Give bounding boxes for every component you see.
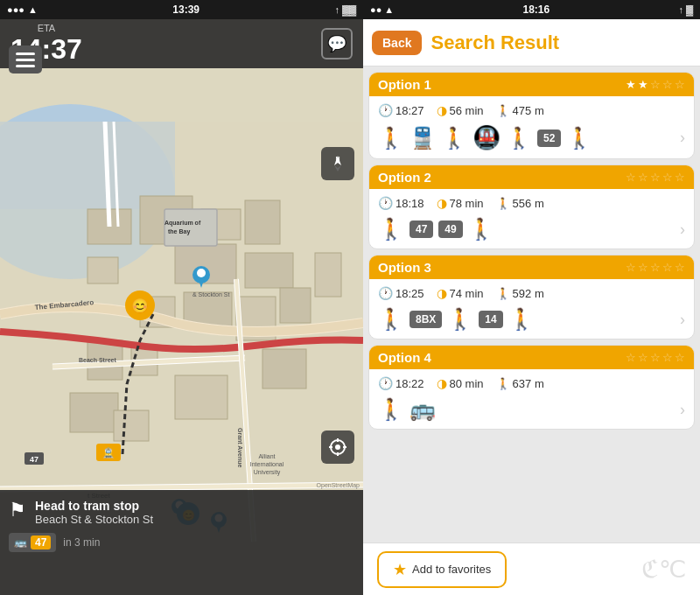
option-2-card[interactable]: Option 2 ☆ ☆ ☆ ☆ ☆ 🕐 18:18 ◑ (368, 164, 695, 249)
instruction-main: ⚑ Head to tram stop Beach St & Stockton … (9, 499, 354, 526)
option-2-arrow: › (680, 220, 685, 239)
right-signal-icon: ●● (370, 4, 382, 15)
svg-text:N: N (335, 156, 340, 162)
option-1-card[interactable]: Option 1 ★ ★ ☆ ☆ ☆ 🕐 18:27 ◑ (368, 72, 695, 159)
svg-rect-21 (164, 209, 217, 246)
duration-2: ◑ 78 min (437, 196, 484, 210)
right-battery-icon: ▓ (686, 4, 693, 15)
flag-icon: ⚑ (9, 499, 26, 522)
svg-text:International: International (250, 461, 284, 467)
option-3-card[interactable]: Option 3 ☆ ☆ ☆ ☆ ☆ 🕐 18:25 ◑ (368, 255, 695, 340)
metro-step: 🚇 (472, 124, 500, 151)
svg-point-34 (197, 269, 206, 277)
clock-icon: 🕐 (378, 103, 393, 117)
duration-icon-3: ◑ (437, 286, 447, 300)
right-arrow-icon: ↑ (678, 4, 683, 15)
duration-icon-4: ◑ (437, 376, 447, 390)
svg-rect-7 (88, 257, 118, 284)
back-button[interactable]: Back (372, 31, 422, 55)
duration-3: ◑ 74 min (437, 286, 484, 300)
add-to-favorites-button[interactable]: ★ Add to favorites (377, 551, 507, 588)
departure-time-3: 🕐 18:25 (378, 286, 424, 300)
duration-icon: ◑ (437, 103, 447, 117)
svg-text:University: University (254, 469, 281, 476)
chat-button[interactable]: 💬 (321, 28, 353, 60)
bus-8bx-badge: 8BX (410, 311, 442, 328)
bus-14-badge: 14 (479, 311, 502, 328)
walk-step-o3-1: 🚶 (378, 307, 404, 332)
option-2-route: 🚶 47 49 🚶 › (378, 217, 685, 242)
instruction-bottom: 🚌 47 in 3 min (9, 533, 354, 552)
eta-label: ETA (38, 23, 56, 33)
svg-marker-50 (334, 165, 341, 172)
svg-text:Beach Street: Beach Street (79, 357, 116, 363)
right-signal: ●● ▲ (370, 4, 394, 15)
svg-rect-18 (175, 375, 228, 419)
options-list: Option 1 ★ ★ ☆ ☆ ☆ 🕐 18:27 ◑ (363, 66, 700, 542)
svg-rect-15 (280, 288, 311, 323)
wifi-icon: ▲ (28, 4, 38, 15)
svg-rect-20 (114, 410, 149, 441)
right-wifi-icon: ▲ (384, 4, 394, 15)
duration-value-2: 78 min (450, 197, 484, 210)
option-2-body: 🕐 18:18 ◑ 78 min 🚶 556 m 🚶 47 49 (369, 189, 694, 248)
option-4-header: Option 4 ☆ ☆ ☆ ☆ ☆ (369, 346, 694, 369)
svg-point-53 (335, 444, 340, 450)
instruction-text: Head to tram stop Beach St & Stockton St (35, 499, 153, 526)
option-4-stats: 🕐 18:22 ◑ 80 min 🚶 637 m (378, 376, 685, 390)
walk-step-2: 🚶 (441, 126, 467, 150)
walk-distance: 🚶 475 m (496, 104, 544, 117)
bus-52-badge: 52 (537, 130, 561, 147)
option-4-card[interactable]: Option 4 ☆ ☆ ☆ ☆ ☆ 🕐 18:22 ◑ (368, 345, 695, 430)
walk-icon-2: 🚶 (496, 197, 510, 210)
svg-text:🚊: 🚊 (102, 446, 115, 458)
walk-distance-4: 🚶 637 m (496, 377, 544, 390)
svg-text:Alliant: Alliant (258, 453, 275, 459)
left-status-time: 13:39 (172, 4, 200, 16)
star-2: ★ (638, 78, 648, 91)
walk-step-1: 🚶 (378, 126, 404, 150)
favorites-label: Add to favorites (412, 563, 491, 576)
left-status-left: ●●● ▲ (7, 4, 38, 15)
instruction-line2: Beach St & Stockton St (35, 513, 153, 526)
option-1-body: 🕐 18:27 ◑ 56 min 🚶 475 m 🚶 🚆 🚶 (369, 96, 694, 158)
option-3-stars: ☆ ☆ ☆ ☆ ☆ (626, 261, 685, 274)
right-time: 18:16 (522, 4, 550, 16)
svg-text:Aquarium of: Aquarium of (164, 220, 201, 227)
svg-rect-9 (245, 253, 293, 288)
locate-button[interactable] (321, 430, 354, 464)
walk-icon: 🚶 (496, 104, 510, 117)
departure-value: 18:27 (396, 104, 424, 117)
walk-value-2: 556 m (513, 197, 544, 210)
bus-47-badge: 47 (410, 220, 433, 238)
search-header: Back Search Result (363, 19, 700, 66)
bus-number: 47 (31, 536, 51, 550)
option-4-body: 🕐 18:22 ◑ 80 min 🚶 637 m 🚶 🚌 › (369, 369, 694, 429)
option-4-arrow: › (680, 401, 685, 419)
arrow-icon: ↑ (334, 4, 340, 15)
page-title: Search Result (430, 32, 559, 54)
bus-info: 🚌 47 (9, 533, 56, 552)
svg-text:& Stockton St: & Stockton St (192, 291, 229, 298)
search-result-panel: ●● ▲ 18:16 ↑ ▓ Back Search Result Option… (363, 0, 700, 595)
arrival-time: in 3 min (63, 536, 100, 549)
left-status-bar: ●●● ▲ 13:39 ↑ ▓▓ (0, 0, 363, 19)
menu-button[interactable] (9, 46, 42, 74)
departure-time-2: 🕐 18:18 (378, 196, 424, 210)
option-4-title: Option 4 (378, 350, 431, 365)
clock-icon-3: 🕐 (378, 286, 393, 300)
bus-49-badge: 49 (438, 220, 462, 238)
option-3-title: Option 3 (378, 260, 431, 275)
walk-distance-3: 🚶 592 m (496, 287, 544, 300)
instruction-line1: Head to tram stop (35, 499, 153, 513)
north-button[interactable]: N (321, 147, 354, 180)
option-1-route: 🚶 🚆 🚶 🚇 🚶 52 🚶 › (378, 124, 685, 151)
svg-text:Grant Avenue: Grant Avenue (237, 428, 243, 467)
svg-text:the Bay: the Bay (168, 228, 190, 235)
walk-value: 475 m (513, 104, 544, 117)
bus-vehicle-icon: 🚌 (14, 536, 27, 549)
favorites-star-icon: ★ (393, 560, 407, 579)
walk-step-o3-2: 🚶 (447, 307, 473, 332)
option-2-title: Option 2 (378, 170, 431, 185)
duration: ◑ 56 min (437, 103, 484, 117)
